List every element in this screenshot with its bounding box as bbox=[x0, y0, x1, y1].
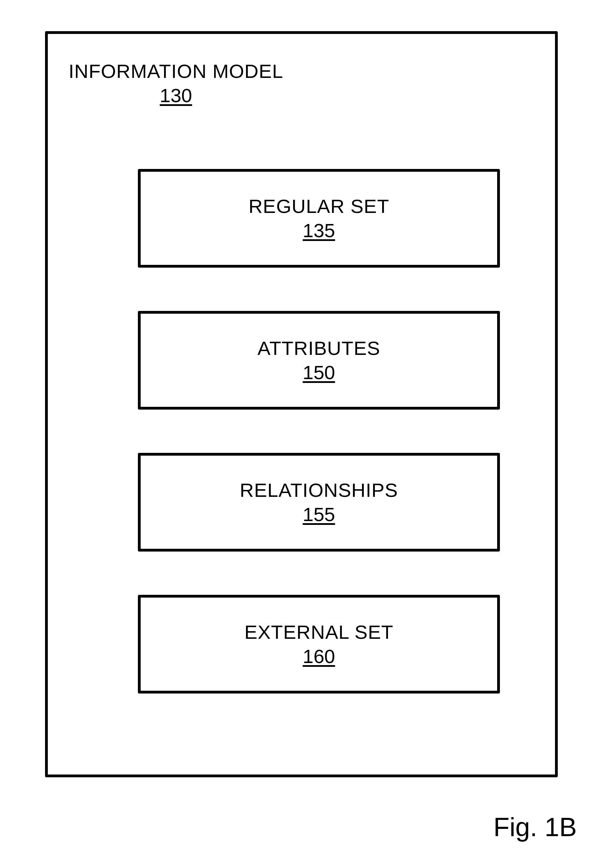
figure-caption: Fig. 1B bbox=[493, 812, 577, 842]
external-set-box: EXTERNAL SET 160 bbox=[138, 595, 500, 693]
diagram-title-group: INFORMATION MODEL 130 bbox=[68, 60, 283, 107]
box-ref: 135 bbox=[303, 219, 335, 242]
box-label: ATTRIBUTES bbox=[257, 337, 380, 360]
relationships-box: RELATIONSHIPS 155 bbox=[138, 453, 500, 552]
box-label: REGULAR SET bbox=[249, 195, 389, 217]
regular-set-box: REGULAR SET 135 bbox=[138, 169, 500, 268]
box-ref: 160 bbox=[303, 645, 335, 668]
box-label: EXTERNAL SET bbox=[244, 621, 393, 643]
box-ref: 155 bbox=[303, 503, 335, 525]
outer-container: INFORMATION MODEL 130 REGULAR SET 135 AT… bbox=[45, 31, 558, 777]
attributes-box: ATTRIBUTES 150 bbox=[138, 311, 500, 409]
box-label: RELATIONSHIPS bbox=[240, 479, 398, 501]
box-ref: 150 bbox=[303, 361, 335, 384]
diagram-title-ref: 130 bbox=[68, 84, 283, 107]
diagram-title: INFORMATION MODEL bbox=[68, 60, 283, 82]
